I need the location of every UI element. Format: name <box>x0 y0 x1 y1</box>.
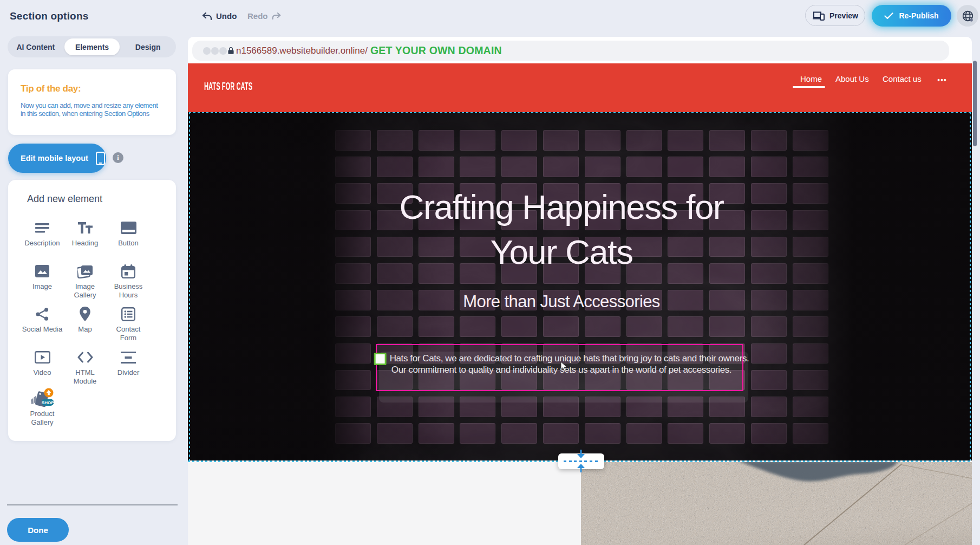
svg-text:SHOP: SHOP <box>42 400 54 405</box>
